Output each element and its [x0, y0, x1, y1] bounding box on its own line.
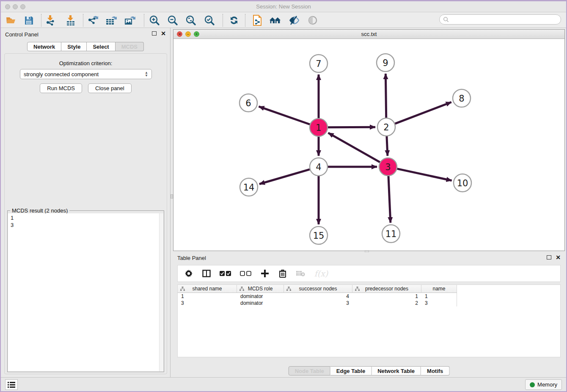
- refresh-icon[interactable]: [228, 14, 240, 26]
- control-panel-title: Control Panel: [5, 31, 39, 38]
- column-header-mcds-role[interactable]: MCDS role: [237, 285, 284, 293]
- tab-network-table[interactable]: Network Table: [372, 366, 421, 375]
- table-panel-close-icon[interactable]: ✕: [556, 255, 561, 259]
- show-graphics-details-icon[interactable]: [307, 14, 319, 26]
- column-label: shared name: [192, 286, 222, 292]
- column-chooser-icon[interactable]: [201, 268, 212, 279]
- list-icon: [8, 382, 15, 388]
- graph-node-label: 3: [385, 162, 391, 172]
- column-type-icon: [239, 287, 244, 291]
- search-input[interactable]: [439, 14, 561, 25]
- control-panel-float-icon[interactable]: [152, 31, 157, 36]
- settings-gear-icon[interactable]: [184, 268, 194, 279]
- graph-node-1[interactable]: 1: [310, 119, 328, 136]
- mcds-result-textarea[interactable]: 1 3: [8, 213, 163, 371]
- graph-edge-1-6[interactable]: [259, 107, 310, 124]
- graph-node-label: 2: [383, 122, 389, 133]
- graph-node-6[interactable]: 6: [239, 94, 257, 112]
- graph-edge-2-8[interactable]: [395, 102, 451, 124]
- clone-network-icon[interactable]: [251, 14, 263, 26]
- tab-edge-table[interactable]: Edge Table: [330, 366, 372, 375]
- delete-column-icon[interactable]: [278, 268, 288, 279]
- graph-node-10[interactable]: 10: [454, 174, 471, 192]
- tab-node-table[interactable]: Node Table: [289, 366, 330, 375]
- column-type-icon: [180, 287, 185, 291]
- graph-edge-3-1[interactable]: [328, 133, 380, 162]
- graph-node-label: 6: [245, 98, 251, 108]
- toolbar-separator: [83, 14, 83, 27]
- cell-successor-nodes: 4: [284, 293, 352, 300]
- network-graph-canvas[interactable]: 7968124314101511: [173, 39, 564, 251]
- column-header-predecessor-nodes[interactable]: predecessor nodes: [352, 285, 421, 293]
- style-preview-icon[interactable]: [288, 14, 300, 26]
- column-label: name: [432, 286, 445, 292]
- network-view-titlebar[interactable]: ✕ − + scc.txt: [173, 30, 564, 39]
- open-session-icon[interactable]: [5, 14, 17, 26]
- save-session-icon[interactable]: [23, 14, 35, 26]
- export-image-icon[interactable]: [124, 14, 136, 26]
- select-all-checkboxes-icon[interactable]: [219, 268, 232, 279]
- main-toolbar: [1, 12, 566, 28]
- column-header-shared-name[interactable]: shared name: [178, 285, 237, 293]
- node-table: shared name MCDS role successor nodes pr…: [177, 284, 561, 357]
- table-row[interactable]: 1 dominator 4 1 1: [178, 293, 560, 300]
- tab-motifs[interactable]: Motifs: [421, 366, 449, 375]
- deselect-all-checkboxes-icon[interactable]: [239, 268, 252, 279]
- tab-style[interactable]: Style: [61, 42, 87, 51]
- result-scrollbar[interactable]: [159, 213, 163, 371]
- graph-node-label: 9: [383, 58, 388, 68]
- table-panel-float-icon[interactable]: [547, 255, 551, 259]
- memory-button[interactable]: Memory: [525, 379, 562, 390]
- zoom-fit-icon[interactable]: [185, 14, 197, 26]
- graph-edge-3-10[interactable]: [397, 169, 452, 181]
- graph-edge-2-9[interactable]: [385, 74, 386, 118]
- graph-node-11[interactable]: 11: [382, 225, 400, 243]
- graph-node-8[interactable]: 8: [453, 89, 471, 107]
- function-builder-icon: f(x): [313, 268, 329, 279]
- graph-node-3[interactable]: 3: [379, 158, 397, 176]
- close-panel-button[interactable]: Close panel: [88, 83, 132, 93]
- graph-edge-4-14[interactable]: [259, 169, 310, 184]
- table-row[interactable]: 3 dominator 3 2 3: [178, 300, 560, 306]
- column-header-successor-nodes[interactable]: successor nodes: [284, 285, 352, 293]
- graph-node-7[interactable]: 7: [310, 55, 328, 72]
- import-network-icon[interactable]: [44, 14, 56, 26]
- table-header-row: shared name MCDS role successor nodes pr…: [178, 285, 560, 293]
- tab-select[interactable]: Select: [87, 42, 115, 51]
- graph-node-9[interactable]: 9: [377, 54, 394, 72]
- graph-node-15[interactable]: 15: [310, 226, 328, 244]
- optimization-criterion-select[interactable]: strongly connected component ▲▼: [20, 69, 152, 79]
- table-toolbar: f(x): [177, 265, 561, 282]
- vertical-splitter-handle[interactable]: [171, 194, 173, 199]
- network-view-title: scc.txt: [173, 31, 564, 37]
- tab-mcds[interactable]: MCDS: [116, 42, 144, 51]
- graph-node-2[interactable]: 2: [377, 118, 395, 136]
- cell-name: 3: [421, 300, 457, 306]
- control-panel-close-icon[interactable]: ✕: [161, 31, 166, 36]
- cell-shared-name: 3: [178, 300, 237, 306]
- column-label: MCDS role: [248, 286, 273, 292]
- mcds-panel: Optimization criterion: strongly connect…: [4, 53, 167, 374]
- home-icon[interactable]: [269, 14, 281, 26]
- task-history-button[interactable]: [5, 379, 18, 390]
- optimization-criterion-value: strongly connected component: [24, 71, 99, 77]
- graph-edge-2-3[interactable]: [387, 136, 388, 156]
- zoom-in-icon[interactable]: [149, 14, 160, 26]
- tab-network[interactable]: Network: [27, 42, 61, 51]
- graph-node-label: 1: [316, 123, 321, 133]
- graph-node-label: 11: [385, 229, 397, 239]
- graph-node-14[interactable]: 14: [240, 178, 258, 196]
- graph-edge-3-11[interactable]: [388, 176, 391, 223]
- import-table-icon[interactable]: [65, 14, 77, 26]
- toolbar-separator: [144, 14, 144, 27]
- export-network-icon[interactable]: [87, 14, 99, 26]
- graph-edge-1-2[interactable]: [328, 127, 375, 127]
- run-mcds-button[interactable]: Run MCDS: [40, 83, 82, 93]
- zoom-out-icon[interactable]: [167, 14, 179, 26]
- export-table-icon[interactable]: [105, 14, 117, 26]
- zoom-selected-icon[interactable]: [204, 14, 215, 26]
- column-header-name[interactable]: name: [421, 285, 457, 293]
- graph-node-label: 15: [313, 231, 325, 241]
- add-column-icon[interactable]: [260, 268, 270, 279]
- graph-node-4[interactable]: 4: [310, 158, 328, 176]
